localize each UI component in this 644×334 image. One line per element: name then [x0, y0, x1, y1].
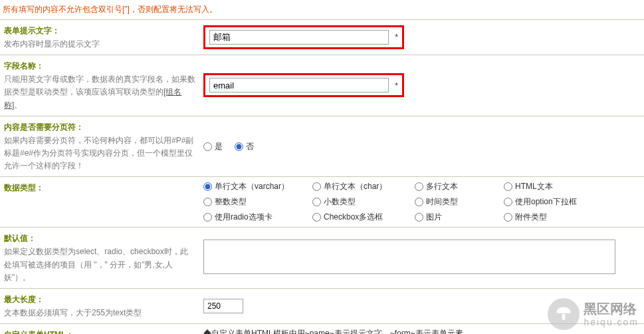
row-default: 默认值： 如果定义数据类型为select、radio、checkbox时，此处填… — [0, 228, 644, 289]
datatype-option[interactable]: 时间类型 — [415, 196, 501, 208]
datatype-option-label: 单行文本（varchar） — [215, 181, 289, 192]
datatype-option-label: HTML文本 — [515, 181, 553, 192]
field-name-desc: 只能用英文字母或数字，数据表的真实字段名，如果数据类型是联动类型，该项应该填写联… — [4, 73, 195, 112]
pagination-no-radio[interactable] — [235, 142, 243, 151]
datatype-option[interactable]: 单行文本（char） — [312, 181, 412, 192]
datatype-option-label: 使用option下拉框 — [515, 196, 577, 208]
display-text-input[interactable] — [209, 30, 389, 45]
default-desc: 如果定义数据类型为select、radio、checkbox时，此处填写被选择的… — [4, 246, 195, 284]
display-text-label: 表单提示文字： — [4, 25, 195, 37]
datatype-option-label: Checkbox多选框 — [324, 212, 383, 223]
warning-bar: 所有填写的内容不允许包含双引号["]，否则配置将无法写入。 — [0, 0, 644, 20]
datatype-radio[interactable] — [312, 198, 321, 206]
datatype-radio[interactable] — [203, 182, 212, 191]
row-display-text: 表单提示文字： 发布内容时显示的提示文字 * — [0, 20, 644, 55]
datatype-radio[interactable] — [504, 213, 512, 222]
pagination-yes[interactable]: 是 — [203, 141, 223, 152]
datatype-option[interactable]: 单行文本（varchar） — [203, 181, 310, 192]
datatype-option-label: 多行文本 — [426, 181, 458, 192]
datatype-label: 数据类型： — [4, 182, 195, 194]
maxlength-input[interactable] — [203, 299, 243, 313]
datatype-radio[interactable] — [203, 198, 212, 206]
field-name-input[interactable] — [209, 78, 389, 92]
maxlength-label: 最大长度： — [4, 294, 195, 305]
field-name-label: 字段名称： — [4, 61, 195, 72]
datatype-option[interactable]: 小数类型 — [312, 196, 412, 208]
required-star: * — [395, 33, 398, 42]
required-star: * — [395, 81, 398, 90]
maxlength-desc: 文本数据必须填写，大于255为text类型 — [4, 307, 195, 319]
row-field-name: 字段名称： 只能用英文字母或数字，数据表的真实字段名，如果数据类型是联动类型，该… — [0, 55, 644, 116]
datatype-options: 单行文本（varchar）单行文本（char）多行文本HTML文本整数类型小数类… — [203, 181, 640, 223]
watermark: 黑区网络 heiqu.com — [548, 298, 639, 330]
pagination-label: 内容是否需要分页符： — [4, 122, 195, 133]
datatype-radio[interactable] — [312, 213, 321, 222]
datatype-option[interactable]: 多行文本 — [415, 181, 501, 192]
display-text-highlight: * — [203, 25, 404, 49]
datatype-radio[interactable] — [415, 213, 423, 222]
watermark-cn: 黑区网络 — [584, 301, 639, 317]
datatype-radio[interactable] — [504, 182, 512, 191]
datatype-radio[interactable] — [312, 182, 321, 191]
datatype-option[interactable]: HTML文本 — [504, 181, 623, 192]
pagination-no[interactable]: 否 — [235, 141, 254, 152]
config-form-table: 表单提示文字： 发布内容时显示的提示文字 * 字段名称： 只能用英文字母或数字，… — [0, 20, 644, 334]
datatype-option-label: 使用radio选项卡 — [215, 212, 272, 223]
datatype-option-label: 附件类型 — [515, 212, 547, 223]
datatype-option-label: 时间类型 — [426, 196, 458, 208]
datatype-option[interactable]: 图片 — [415, 212, 501, 223]
pagination-yes-radio[interactable] — [203, 142, 212, 151]
datatype-radio[interactable] — [415, 198, 423, 206]
row-datatype: 数据类型： 单行文本（varchar）单行文本（char）多行文本HTML文本整… — [0, 177, 644, 228]
default-textarea[interactable] — [203, 240, 615, 274]
display-text-desc: 发布内容时显示的提示文字 — [4, 38, 195, 51]
datatype-option[interactable]: 整数类型 — [203, 196, 310, 208]
datatype-option[interactable]: 使用radio选项卡 — [203, 212, 310, 223]
pagination-desc: 如果内容需要分页符，不论何种内容，都可以用#P#副标题#e#作为分页符号实现内容… — [4, 134, 195, 173]
datatype-radio[interactable] — [203, 213, 212, 222]
row-pagination: 内容是否需要分页符： 如果内容需要分页符，不论何种内容，都可以用#P#副标题#e… — [0, 116, 644, 177]
mushroom-icon — [548, 298, 580, 330]
custom-html-label: 自定义表单HTML： — [4, 329, 195, 334]
datatype-option[interactable]: Checkbox多选框 — [312, 212, 412, 223]
datatype-option[interactable]: 使用option下拉框 — [504, 196, 623, 208]
datatype-option-label: 整数类型 — [215, 196, 247, 208]
field-name-highlight: * — [203, 73, 404, 97]
datatype-option-label: 单行文本（char） — [324, 181, 387, 192]
datatype-option-label: 小数类型 — [324, 196, 356, 208]
datatype-radio[interactable] — [415, 182, 423, 191]
default-label: 默认值： — [4, 233, 195, 244]
datatype-radio[interactable] — [504, 198, 512, 206]
datatype-option-label: 图片 — [426, 212, 442, 223]
watermark-en: heiqu.com — [584, 317, 639, 328]
datatype-option[interactable]: 附件类型 — [504, 212, 623, 223]
